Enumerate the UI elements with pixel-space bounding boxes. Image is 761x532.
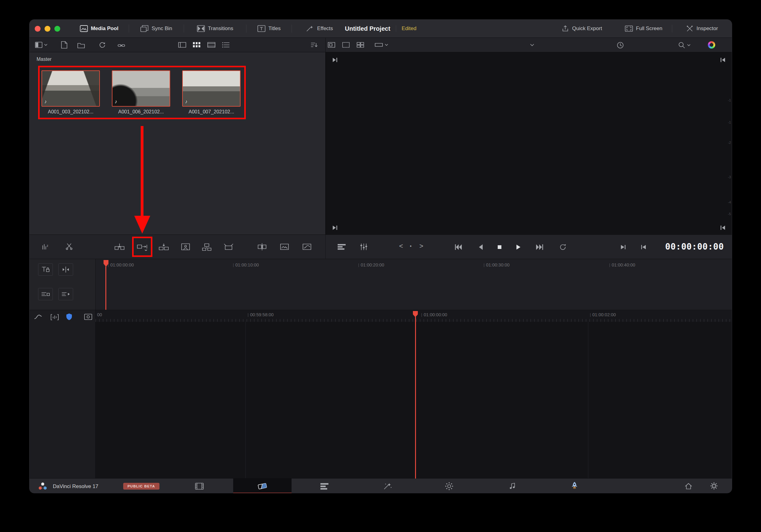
go-to-start-button[interactable] xyxy=(454,243,462,251)
trim-tool-button[interactable] xyxy=(58,264,73,276)
letterbox-icon xyxy=(375,42,383,48)
zoom-icon xyxy=(678,42,685,48)
jump-forward-button[interactable] xyxy=(331,57,338,63)
effects-icon xyxy=(306,25,314,32)
media-pool-button[interactable]: Media Pool xyxy=(69,20,129,37)
mark-dot-icon[interactable]: • xyxy=(410,243,412,249)
loop-button[interactable] xyxy=(559,243,567,251)
page-media-button[interactable] xyxy=(193,479,206,493)
zoom-button[interactable] xyxy=(54,26,60,32)
still-frame-button[interactable] xyxy=(280,243,289,251)
viewer-overlay-button[interactable] xyxy=(328,42,335,48)
import-media-button[interactable] xyxy=(61,41,67,48)
strip-view-button[interactable] xyxy=(178,42,186,48)
duration-clock-button[interactable] xyxy=(617,42,624,48)
page-deliver-button[interactable] xyxy=(568,479,581,493)
traffic-lights xyxy=(35,26,60,32)
sidebar-toggle-button[interactable] xyxy=(35,42,47,48)
resolution-dropdown[interactable] xyxy=(530,44,534,46)
page-edit-button[interactable] xyxy=(318,479,331,493)
split-clip-button[interactable] xyxy=(258,243,266,251)
transitions-button[interactable]: Transitions xyxy=(184,20,246,37)
chevron-down-icon xyxy=(385,44,388,46)
page-cut-button[interactable] xyxy=(256,479,269,493)
sync-bin-button[interactable]: Sync Bin xyxy=(129,20,184,37)
jump-forward-button-bottom[interactable] xyxy=(331,224,338,231)
effects-button[interactable]: Effects xyxy=(292,20,347,37)
smart-insert-button[interactable] xyxy=(115,243,124,251)
page-fusion-button[interactable] xyxy=(381,479,394,493)
boring-detector-button[interactable] xyxy=(66,313,73,321)
track-lock-button[interactable] xyxy=(38,264,53,276)
film-view-button[interactable] xyxy=(207,42,215,48)
page-color-button[interactable] xyxy=(442,479,456,493)
settings-gear-icon xyxy=(710,482,718,490)
bin-label[interactable]: Master xyxy=(36,57,52,62)
play-to-end-button[interactable] xyxy=(619,243,627,251)
full-screen-label: Full Screen xyxy=(636,26,662,32)
edit-page-icon xyxy=(320,483,329,490)
new-bin-icon xyxy=(78,42,85,48)
lower-timeline[interactable]: 00 00:59:58:00 01:00:00:00 01:00:02:00 xyxy=(29,310,732,478)
quick-export-button[interactable]: Quick Export xyxy=(549,20,615,37)
zoom-presets-button[interactable]: z xyxy=(42,243,50,251)
page-fairlight-button[interactable] xyxy=(506,479,519,493)
link-clips-button[interactable] xyxy=(118,42,125,49)
go-to-end-button[interactable] xyxy=(536,243,544,251)
sort-button[interactable] xyxy=(311,42,318,48)
sync-lock-button[interactable] xyxy=(38,288,53,300)
roll-tool-button[interactable] xyxy=(58,288,73,300)
link-clips-icon xyxy=(118,42,125,49)
settings-button[interactable] xyxy=(707,479,721,493)
upper-playhead-line[interactable] xyxy=(105,266,106,310)
stop-button[interactable] xyxy=(496,243,503,251)
zoom-options-button[interactable] xyxy=(678,42,690,48)
lower-playhead-flag[interactable] xyxy=(413,311,418,318)
safe-area-button[interactable] xyxy=(342,42,350,48)
project-status-badge: Edited xyxy=(401,26,416,32)
multicam-button[interactable] xyxy=(357,42,364,48)
upper-playhead-flag[interactable] xyxy=(103,260,109,267)
timeline-gridline xyxy=(588,322,588,479)
lower-playhead-line[interactable] xyxy=(415,317,416,479)
home-button[interactable] xyxy=(682,479,695,493)
nudge-left-button[interactable]: < xyxy=(399,242,403,250)
inspector-button[interactable]: Inspector xyxy=(672,20,732,37)
place-on-top-button[interactable] xyxy=(202,243,211,251)
grid-view-button[interactable] xyxy=(193,42,200,48)
sync-clips-icon xyxy=(98,41,106,48)
quick-export-label: Quick Export xyxy=(572,26,602,32)
close-button[interactable] xyxy=(35,26,40,32)
jump-backward-button[interactable] xyxy=(720,57,726,63)
source-overwrite-button[interactable] xyxy=(224,243,233,251)
list-view-button[interactable] xyxy=(222,42,229,48)
jump-backward-button-bottom[interactable] xyxy=(720,224,726,231)
skip-to-start-button[interactable] xyxy=(640,243,647,251)
smooth-cut-button[interactable] xyxy=(303,243,311,251)
sync-clips-button[interactable] xyxy=(98,41,106,48)
nudge-right-button[interactable]: > xyxy=(419,242,423,250)
close-up-button[interactable] xyxy=(181,243,190,251)
ripple-overwrite-button[interactable] xyxy=(159,243,169,251)
camera-button[interactable] xyxy=(84,314,92,320)
razor-button[interactable] xyxy=(65,243,73,250)
titles-button[interactable]: Titles xyxy=(246,20,292,37)
timeline-view-button[interactable] xyxy=(337,243,346,251)
new-bin-button[interactable] xyxy=(78,42,85,48)
speed-curve-button[interactable] xyxy=(34,314,42,321)
upper-timeline[interactable]: 01:00:00:00 01:00:10:00 01:00:20:00 01:0… xyxy=(29,259,732,310)
step-back-icon xyxy=(477,243,485,251)
audio-mixer-button[interactable] xyxy=(360,243,368,251)
minimize-button[interactable] xyxy=(44,26,50,32)
step-back-button[interactable] xyxy=(477,243,485,251)
annotation-arrow-shaft xyxy=(141,126,144,216)
import-media-icon xyxy=(61,41,67,48)
audio-level-button[interactable] xyxy=(51,314,59,321)
ruler-label: 01:00:20:00 xyxy=(359,263,384,267)
letterbox-button[interactable] xyxy=(375,42,388,48)
full-screen-button[interactable]: Full Screen xyxy=(615,20,672,37)
play-button[interactable] xyxy=(514,243,522,251)
fairlight-page-icon xyxy=(508,482,516,490)
deliver-rocket-icon xyxy=(570,482,578,490)
color-boost-button[interactable] xyxy=(708,41,715,48)
